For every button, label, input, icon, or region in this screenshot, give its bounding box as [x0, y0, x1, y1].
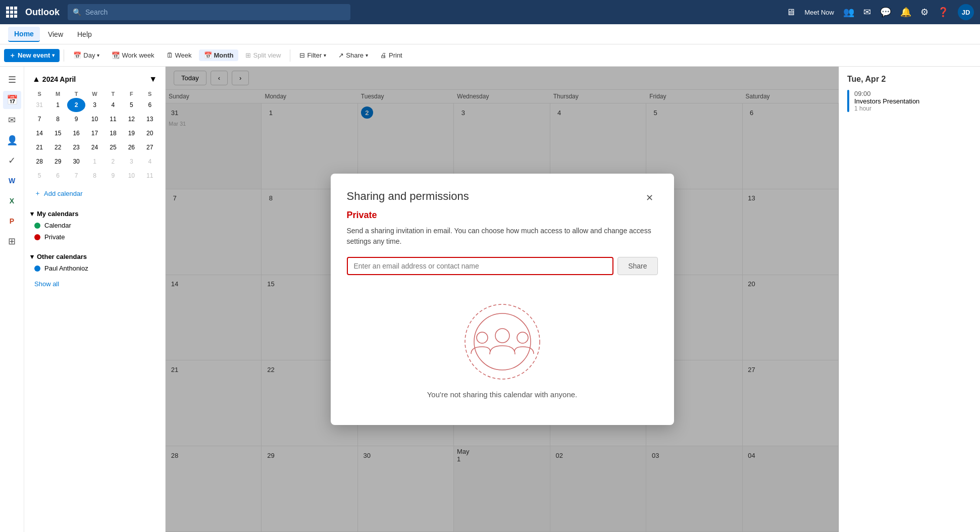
sharing-empty-text: You're not sharing this calendar with an… — [427, 390, 578, 399]
bell-icon[interactable]: 🔔 — [900, 7, 911, 18]
mini-cal-day[interactable]: 21 — [30, 140, 48, 154]
mini-cal-day[interactable]: 4 — [104, 98, 122, 112]
mini-cal-day[interactable]: 27 — [141, 140, 159, 154]
my-calendars-header[interactable]: ▾ My calendars — [30, 208, 159, 220]
filter-button[interactable]: ⊟ Filter ▾ — [294, 49, 331, 61]
print-button[interactable]: 🖨 Print — [375, 49, 407, 61]
mini-cal-day[interactable]: 1 — [85, 154, 104, 169]
mini-cal-day[interactable]: 10 — [85, 112, 104, 126]
mini-cal-day[interactable]: 14 — [30, 126, 48, 140]
email-input[interactable] — [347, 257, 614, 275]
day-of-week-header: W — [85, 90, 104, 98]
mini-cal-day[interactable]: 24 — [85, 140, 104, 154]
mail-nav-icon[interactable]: ✉ — [3, 111, 21, 129]
mini-cal-day[interactable]: 11 — [141, 169, 159, 183]
chevron-down-icon-other: ▾ — [30, 253, 34, 260]
mini-cal-day[interactable]: 12 — [122, 112, 140, 126]
hamburger-icon[interactable]: ☰ — [3, 71, 21, 89]
people-icon[interactable]: 👥 — [843, 7, 854, 18]
mini-cal-day[interactable]: 13 — [141, 112, 159, 126]
nav-item-home[interactable]: Home — [8, 27, 40, 42]
mail-icon[interactable]: ✉ — [863, 7, 871, 18]
excel-icon[interactable]: X — [3, 192, 21, 210]
share-confirm-button[interactable]: Share — [617, 257, 657, 275]
mini-cal-day[interactable]: 26 — [122, 140, 140, 154]
mini-cal-day[interactable]: 19 — [122, 126, 140, 140]
search-bar[interactable]: 🔍 — [68, 4, 350, 20]
show-all-btn[interactable]: Show all — [30, 278, 159, 290]
mini-cal-day[interactable]: 8 — [48, 112, 67, 126]
mini-cal-day[interactable]: 4 — [141, 154, 159, 169]
apps-icon[interactable]: ⊞ — [3, 232, 21, 250]
word-icon[interactable]: W — [3, 172, 21, 190]
add-calendar-btn[interactable]: ＋ Add calendar — [30, 187, 159, 200]
prev-month-btn[interactable]: ▲ — [30, 73, 42, 86]
app-grid-icon[interactable] — [6, 7, 17, 18]
mini-cal-day[interactable]: 31 — [30, 98, 48, 112]
event-bar — [847, 90, 849, 112]
modal-overlay[interactable]: Sharing and permissions ✕ Private Send a… — [166, 67, 839, 532]
mini-cal-day[interactable]: 2 — [104, 154, 122, 169]
calendar-icon[interactable]: 📅 — [3, 91, 21, 109]
main-layout: ☰ 📅 ✉ 👤 ✓ W X P ⊞ ▲ 2024 April ▼ SMTWTFS… — [0, 67, 980, 532]
mini-cal-day[interactable]: 8 — [85, 169, 104, 183]
new-event-button[interactable]: ＋ New event ▾ — [4, 49, 60, 62]
modal-description: Send a sharing invitation in email. You … — [347, 226, 658, 247]
mini-cal-day[interactable]: 22 — [48, 140, 67, 154]
mini-cal-day[interactable]: 20 — [141, 126, 159, 140]
other-calendars-header[interactable]: ▾ Other calendars — [30, 251, 159, 262]
next-month-btn[interactable]: ▼ — [147, 73, 159, 86]
mini-cal-day[interactable]: 29 — [48, 154, 67, 169]
contacts-icon[interactable]: 👤 — [3, 131, 21, 149]
mini-cal-day[interactable]: 16 — [67, 126, 85, 140]
event-item[interactable]: 09:00 Investors Presentation 1 hour — [847, 90, 972, 112]
mini-cal-day[interactable]: 6 — [48, 169, 67, 183]
mini-cal-day[interactable]: 6 — [141, 98, 159, 112]
app-logo: Outlook — [25, 7, 60, 18]
powerpoint-icon[interactable]: P — [3, 212, 21, 230]
mini-cal-day[interactable]: 17 — [85, 126, 104, 140]
icon-sidebar: ☰ 📅 ✉ 👤 ✓ W X P ⊞ — [0, 67, 24, 532]
checkmark-icon[interactable]: ✓ — [3, 151, 21, 170]
mini-cal-day[interactable]: 28 — [30, 154, 48, 169]
help-icon[interactable]: ❓ — [938, 7, 949, 18]
split-view-button[interactable]: ⊞ Split view — [240, 49, 286, 61]
mini-cal-day[interactable]: 15 — [48, 126, 67, 140]
modal-privacy-label: Private — [347, 210, 658, 221]
mini-cal-day[interactable]: 3 — [122, 154, 140, 169]
week-button[interactable]: 🗓 Week — [162, 49, 197, 61]
modal-close-button[interactable]: ✕ — [642, 190, 658, 206]
mini-cal-day[interactable]: 11 — [104, 112, 122, 126]
mini-cal-day[interactable]: 5 — [30, 169, 48, 183]
mini-cal-day[interactable]: 25 — [104, 140, 122, 154]
nav-item-view[interactable]: View — [42, 27, 69, 41]
day-of-week-header: S — [30, 90, 48, 98]
mini-cal-day[interactable]: 10 — [122, 169, 140, 183]
mini-cal-day[interactable]: 9 — [104, 169, 122, 183]
month-button[interactable]: 📅 Month — [199, 49, 239, 61]
mini-cal-day[interactable]: 5 — [122, 98, 140, 112]
day-button[interactable]: 📅 Day ▾ — [68, 49, 105, 61]
mini-cal-day[interactable]: 1 — [48, 98, 67, 112]
monitor-icon[interactable]: 🖥 — [786, 7, 795, 18]
settings-icon[interactable]: ⚙ — [920, 7, 929, 18]
mini-cal-day[interactable]: 7 — [67, 169, 85, 183]
mini-cal-day[interactable]: 9 — [67, 112, 85, 126]
other-calendar-item[interactable]: Paul Anthonioz — [30, 262, 159, 274]
mini-cal-day[interactable]: 7 — [30, 112, 48, 126]
mini-cal-day[interactable]: 30 — [67, 154, 85, 169]
chat-icon[interactable]: 💬 — [880, 7, 891, 18]
meet-now-btn[interactable]: Meet Now — [804, 9, 834, 16]
mini-cal-day[interactable]: 18 — [104, 126, 122, 140]
mini-cal-day[interactable]: 2 — [67, 98, 85, 112]
nav-item-help[interactable]: Help — [71, 27, 98, 41]
my-calendar-item[interactable]: Calendar — [30, 220, 159, 231]
work-week-button[interactable]: 📆 Work week — [107, 49, 159, 61]
my-calendar-item[interactable]: Private — [30, 231, 159, 243]
share-button[interactable]: ↗ Share ▾ — [333, 49, 373, 61]
mini-cal-day[interactable]: 23 — [67, 140, 85, 154]
avatar[interactable]: JD — [958, 4, 974, 20]
split-view-icon: ⊞ — [245, 51, 251, 59]
mini-cal-day[interactable]: 3 — [85, 98, 104, 112]
search-input[interactable] — [85, 8, 345, 16]
